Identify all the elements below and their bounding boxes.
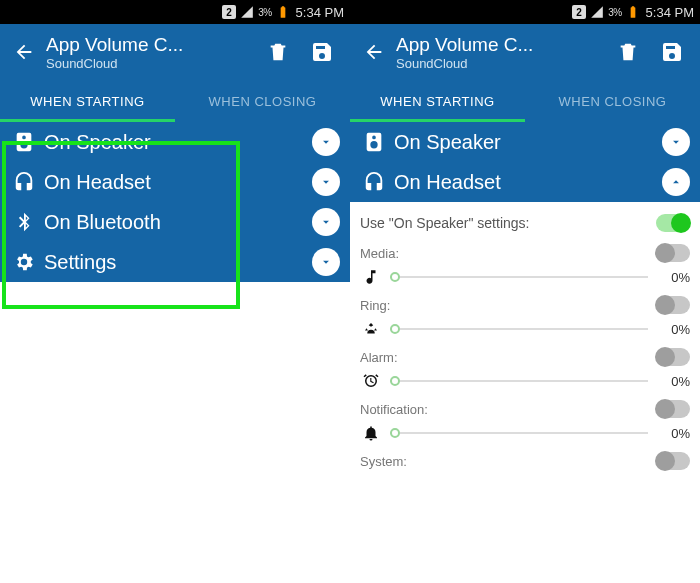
app-subtitle: SoundCloud [396,56,606,71]
option-label: Settings [38,251,312,274]
system-label: System: [360,454,407,469]
screen-right: 2 3% 5:34 PM App Volume C... SoundCloud … [350,0,700,583]
app-subtitle: SoundCloud [46,56,256,71]
signal-icon [590,5,604,19]
volume-ring: Ring: 0% [360,294,690,342]
save-button[interactable] [650,30,694,74]
status-bar: 2 3% 5:34 PM [350,0,700,24]
bluetooth-icon [10,211,38,233]
media-switch[interactable] [656,244,690,262]
option-label: On Headset [388,171,662,194]
volume-system: System: [360,450,690,472]
notification-slider[interactable] [390,432,648,434]
notification-percent: 0% [656,426,690,441]
bell-icon [360,424,382,442]
headset-icon [10,171,38,193]
save-button[interactable] [300,30,344,74]
option-speaker[interactable]: On Speaker [350,122,700,162]
back-button[interactable] [6,34,42,70]
option-bluetooth[interactable]: On Bluetooth [0,202,350,242]
media-label: Media: [360,246,399,261]
battery-text: 3% [258,7,271,18]
headset-panel: Use "On Speaker" settings: Media: 0% Rin… [350,202,700,472]
headset-icon [360,171,388,193]
option-speaker[interactable]: On Speaker [0,122,350,162]
ring-slider[interactable] [390,328,648,330]
option-headset[interactable]: On Headset [0,162,350,202]
expand-toggle[interactable] [312,248,340,276]
battery-icon [276,5,290,19]
app-bar: App Volume C... SoundCloud [0,24,350,80]
media-percent: 0% [656,270,690,285]
expand-toggle[interactable] [312,128,340,156]
alarm-switch[interactable] [656,348,690,366]
ring-switch[interactable] [656,296,690,314]
status-bar: 2 3% 5:34 PM [0,0,350,24]
volume-media: Media: 0% [360,242,690,290]
tab-when-closing[interactable]: WHEN CLOSING [175,80,350,122]
clock: 5:34 PM [296,5,344,20]
option-label: On Headset [38,171,312,194]
app-title: App Volume C... [46,34,256,56]
expand-toggle[interactable] [312,208,340,236]
tabs: WHEN STARTING WHEN CLOSING [350,80,700,122]
sim-icon: 2 [572,5,586,19]
notification-switch[interactable] [656,400,690,418]
battery-icon [626,5,640,19]
notification-label: Notification: [360,402,428,417]
ring-icon [360,320,382,338]
delete-button[interactable] [256,30,300,74]
gear-icon [10,251,38,273]
media-slider[interactable] [390,276,648,278]
clock: 5:34 PM [646,5,694,20]
signal-icon [240,5,254,19]
volume-alarm: Alarm: 0% [360,346,690,394]
system-switch[interactable] [656,452,690,470]
tab-when-starting[interactable]: WHEN STARTING [0,80,175,122]
app-title: App Volume C... [396,34,606,56]
options-list: On Speaker On Headset On Bluetooth Setti… [0,122,350,282]
options-list: On Speaker On Headset [350,122,700,202]
option-headset[interactable]: On Headset [350,162,700,202]
alarm-label: Alarm: [360,350,398,365]
expand-toggle[interactable] [662,128,690,156]
delete-button[interactable] [606,30,650,74]
alarm-percent: 0% [656,374,690,389]
battery-text: 3% [608,7,621,18]
option-label: On Speaker [388,131,662,154]
ring-percent: 0% [656,322,690,337]
expand-toggle[interactable] [312,168,340,196]
sim-icon: 2 [222,5,236,19]
volume-notification: Notification: 0% [360,398,690,446]
alarm-slider[interactable] [390,380,648,382]
option-label: On Bluetooth [38,211,312,234]
option-label: On Speaker [38,131,312,154]
tab-when-starting[interactable]: WHEN STARTING [350,80,525,122]
tabs: WHEN STARTING WHEN CLOSING [0,80,350,122]
alarm-icon [360,372,382,390]
app-bar: App Volume C... SoundCloud [350,24,700,80]
back-button[interactable] [356,34,392,70]
speaker-icon [360,131,388,153]
music-note-icon [360,268,382,286]
use-speaker-label: Use "On Speaker" settings: [360,215,656,231]
speaker-icon [10,131,38,153]
screen-left: 2 3% 5:34 PM App Volume C... SoundCloud … [0,0,350,583]
ring-label: Ring: [360,298,390,313]
tab-when-closing[interactable]: WHEN CLOSING [525,80,700,122]
use-speaker-switch[interactable] [656,214,690,232]
option-settings[interactable]: Settings [0,242,350,282]
collapse-toggle[interactable] [662,168,690,196]
